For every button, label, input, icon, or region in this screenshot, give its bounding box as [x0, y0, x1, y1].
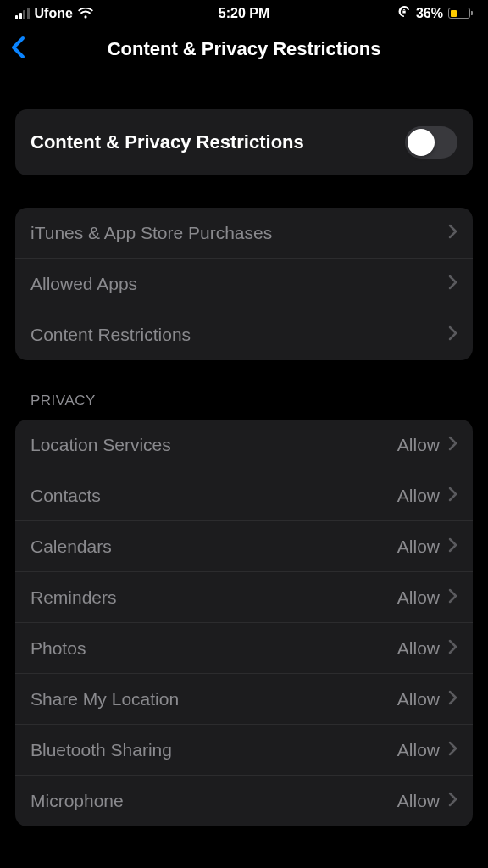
chevron-right-icon [448, 487, 458, 505]
content-privacy-toggle[interactable] [405, 126, 458, 159]
row-value: Allow [397, 638, 440, 659]
microphone-row[interactable]: Microphone Allow [15, 776, 473, 826]
nav-header: Content & Privacy Restrictions [0, 25, 488, 77]
row-value: Allow [397, 435, 440, 455]
row-label: Share My Location [30, 689, 179, 709]
privacy-group: Location Services Allow Contacts Allow C… [15, 420, 473, 826]
chevron-right-icon [448, 690, 458, 709]
photos-row[interactable]: Photos Allow [15, 623, 473, 674]
row-label: iTunes & App Store Purchases [30, 223, 272, 243]
row-value: Allow [397, 740, 440, 760]
chevron-right-icon [448, 639, 458, 658]
back-button[interactable] [10, 36, 25, 63]
status-right: 36% [397, 5, 473, 21]
location-services-row[interactable]: Location Services Allow [15, 420, 473, 470]
status-time: 5:20 PM [219, 6, 269, 21]
row-value: Allow [397, 537, 440, 557]
row-label: Microphone [30, 791, 124, 811]
calendars-row[interactable]: Calendars Allow [15, 521, 473, 572]
row-value: Allow [397, 486, 440, 506]
contacts-row[interactable]: Contacts Allow [15, 470, 473, 521]
signal-icon [15, 8, 30, 19]
content-privacy-toggle-row: Content & Privacy Restrictions [15, 109, 473, 175]
rotation-lock-icon [397, 5, 411, 21]
content-restrictions-row[interactable]: Content Restrictions [15, 309, 473, 360]
row-label: Location Services [30, 435, 171, 455]
battery-icon [448, 8, 473, 19]
row-value: Allow [397, 689, 440, 709]
allowed-apps-row[interactable]: Allowed Apps [15, 259, 473, 309]
reminders-row[interactable]: Reminders Allow [15, 572, 473, 623]
chevron-right-icon [448, 436, 458, 454]
chevron-right-icon [448, 224, 458, 242]
chevron-right-icon [448, 275, 458, 293]
toggle-label: Content & Privacy Restrictions [30, 131, 304, 153]
privacy-header: PRIVACY [30, 392, 473, 409]
chevron-right-icon [448, 537, 458, 556]
share-location-row[interactable]: Share My Location Allow [15, 674, 473, 725]
battery-percent: 36% [416, 6, 443, 21]
row-label: Reminders [30, 587, 117, 608]
row-label: Contacts [30, 486, 101, 506]
status-bar: Ufone 5:20 PM 36% [0, 0, 488, 25]
row-label: Content Restrictions [30, 325, 191, 345]
itunes-purchases-row[interactable]: iTunes & App Store Purchases [15, 208, 473, 259]
chevron-right-icon [448, 588, 458, 607]
chevron-right-icon [448, 792, 458, 810]
chevron-right-icon [448, 326, 458, 344]
row-label: Bluetooth Sharing [30, 740, 172, 760]
row-value: Allow [397, 791, 440, 811]
row-label: Photos [30, 638, 86, 659]
restrictions-group: iTunes & App Store Purchases Allowed App… [15, 208, 473, 360]
chevron-right-icon [448, 741, 458, 760]
carrier-label: Ufone [35, 6, 73, 21]
main-toggle-group: Content & Privacy Restrictions [15, 109, 473, 175]
row-label: Allowed Apps [30, 274, 137, 294]
page-title: Content & Privacy Restrictions [108, 38, 381, 60]
wifi-icon [78, 8, 93, 19]
bluetooth-sharing-row[interactable]: Bluetooth Sharing Allow [15, 725, 473, 776]
status-left: Ufone [15, 6, 93, 21]
row-label: Calendars [30, 537, 112, 557]
row-value: Allow [397, 587, 440, 608]
